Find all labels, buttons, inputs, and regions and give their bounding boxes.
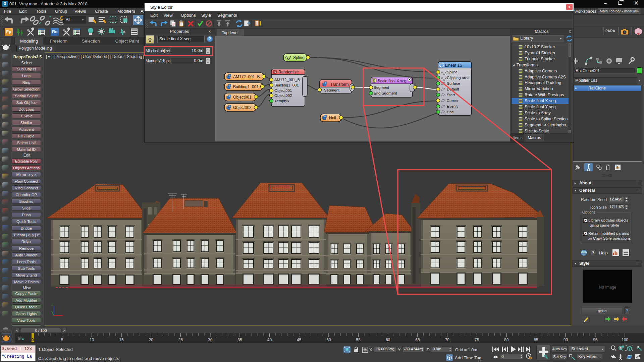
svg-text:Spline: Spline	[293, 55, 305, 60]
svg-text:Spline: Spline	[447, 70, 458, 74]
svg-text:75: 75	[475, 338, 479, 342]
svg-text:15: 15	[119, 338, 124, 342]
svg-text:50: 50	[326, 338, 331, 342]
svg-text:Scale final X seg.: Scale final X seg.	[378, 79, 408, 83]
svg-text:AM172_001_B: AM172_001_B	[233, 74, 260, 79]
svg-text:{}: {}	[373, 79, 375, 82]
svg-text:Randomize: Randomize	[278, 70, 299, 74]
svg-text:65: 65	[415, 338, 420, 342]
svg-text:Transform: Transform	[330, 82, 348, 87]
svg-text:Object001: Object001	[274, 88, 292, 93]
svg-text:85: 85	[534, 338, 538, 342]
svg-text:Surface: Surface	[447, 81, 460, 85]
svg-text:Segment: Segment	[374, 85, 389, 89]
svg-text:30: 30	[208, 338, 213, 342]
svg-text:Help: Help	[599, 251, 608, 255]
svg-text:?: ?	[592, 250, 594, 255]
svg-text:AM172_001_B: AM172_001_B	[274, 78, 300, 82]
svg-text:5: 5	[61, 338, 63, 342]
svg-text:70: 70	[445, 338, 450, 342]
svg-text:Building1_001: Building1_001	[274, 83, 299, 87]
svg-text:25: 25	[178, 338, 183, 342]
svg-text:Linear 1S: Linear 1S	[445, 63, 462, 68]
svg-text:End Segment: End Segment	[374, 91, 397, 95]
svg-text:Default: Default	[447, 87, 459, 91]
svg-text:<empty>: <empty>	[274, 99, 289, 103]
svg-text:Segment: Segment	[324, 88, 340, 92]
svg-text:40: 40	[267, 338, 272, 342]
svg-text:45: 45	[297, 338, 302, 342]
svg-text:Corner: Corner	[447, 99, 459, 103]
svg-text:100: 100	[622, 338, 628, 342]
svg-text:Clipping area: Clipping area	[447, 76, 470, 80]
svg-text:Null: Null	[329, 116, 336, 120]
svg-text:55: 55	[356, 338, 361, 342]
svg-text:Object002: Object002	[233, 105, 252, 110]
svg-text:Start: Start	[447, 93, 455, 97]
svg-text:90: 90	[564, 338, 568, 342]
svg-text:Object001: Object001	[233, 95, 252, 100]
svg-text:80: 80	[504, 338, 509, 342]
svg-text:Object002: Object002	[274, 94, 292, 98]
svg-text:Building1_001: Building1_001	[233, 84, 259, 89]
svg-text:End: End	[447, 110, 453, 114]
svg-text:20: 20	[149, 338, 154, 342]
svg-text:10: 10	[90, 338, 94, 342]
svg-text:Evenly: Evenly	[447, 104, 459, 108]
svg-text:z: z	[51, 303, 53, 306]
svg-text:35: 35	[237, 338, 242, 342]
svg-text:0: 0	[32, 338, 34, 342]
svg-text:60: 60	[386, 338, 390, 342]
svg-text:95: 95	[593, 338, 598, 342]
